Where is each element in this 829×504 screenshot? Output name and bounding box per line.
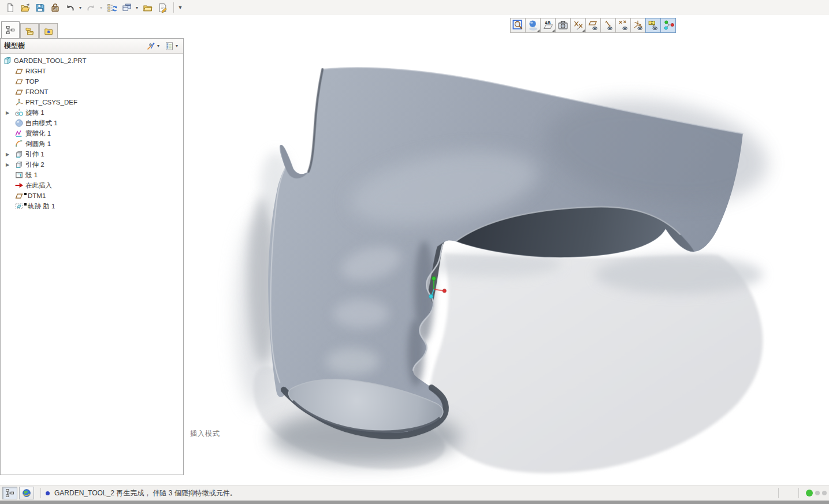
suppressed-marker-icon	[24, 203, 27, 206]
tree-item[interactable]: ▶RIGHT	[1, 66, 183, 76]
quick-access-toolbar: KI▾▾▾▼	[0, 0, 829, 15]
expand-arrow-icon[interactable]: ▶	[3, 152, 14, 157]
expand-arrow-icon[interactable]: ▶	[3, 110, 14, 115]
svg-text:Z: Z	[650, 21, 652, 24]
creo-window: KI▾▾▾▼	[0, 0, 829, 504]
browser-globe-icon	[22, 488, 31, 498]
tree-item-label: GARDEN_TOOL_2.PRT	[14, 57, 86, 64]
tree-item[interactable]: GARDEN_TOOL_2.PRT	[1, 55, 183, 66]
navigator-toggle-button[interactable]	[2, 487, 17, 499]
qat-model-bag-button[interactable]: KI	[48, 1, 62, 14]
qat-save-button[interactable]	[33, 1, 47, 14]
tree-item[interactable]: ▶TOP	[1, 76, 183, 87]
gfx-spin-center-button[interactable]	[660, 18, 676, 33]
nav-tab-folder-browser[interactable]	[20, 23, 39, 38]
gfx-annotation-display-button[interactable]: AB	[540, 18, 556, 33]
tree-item-label: PRT_CSYS_DEF	[25, 99, 77, 106]
toolbar-divider	[173, 2, 174, 13]
tree-item[interactable]: ▶實體化 1	[1, 128, 183, 139]
tree-item-label: RIGHT	[25, 68, 46, 74]
undo-icon	[65, 3, 75, 13]
message-bullet-icon	[46, 491, 50, 495]
status-indicator-active	[806, 490, 813, 496]
tree-item[interactable]: ▶旋轉 1	[1, 107, 183, 118]
qat-windows-dropdown-arrow-icon[interactable]: ▾	[134, 5, 140, 10]
gfx-view-manager-button[interactable]	[555, 18, 571, 33]
tree-tools-button[interactable]	[146, 42, 155, 51]
tree-item-label: TOP	[25, 78, 39, 85]
status-indicator	[815, 491, 820, 495]
gfx-plane-display-button[interactable]	[585, 18, 601, 33]
folder-icon	[143, 3, 153, 13]
tree-item[interactable]: ▶在此插入	[1, 180, 183, 191]
tree-item[interactable]: ▶自由樣式 1	[1, 118, 183, 128]
save-icon	[35, 3, 45, 13]
browser-toggle-button[interactable]	[19, 487, 34, 499]
gfx-annotation-elements-display-button[interactable]: Z	[645, 18, 661, 33]
tree-item-label: 引伸 1	[25, 150, 44, 159]
tree-item[interactable]: ▶軌跡 肋 1	[1, 201, 183, 211]
model-bag-icon: KI	[50, 3, 60, 13]
view-manager-icon	[557, 19, 570, 32]
axis-display-icon	[602, 19, 615, 32]
svg-text:KI: KI	[54, 8, 56, 10]
window-bottom-strip	[0, 501, 829, 504]
status-indicator	[822, 491, 827, 495]
spin-center-icon	[662, 19, 675, 32]
qat-edit-document-button[interactable]	[155, 1, 169, 14]
tree-item[interactable]: ▶PRT_CSYS_DEF	[1, 97, 183, 107]
revolve-icon	[14, 108, 24, 117]
expand-arrow-icon[interactable]: ▶	[3, 162, 14, 167]
svg-text:AB: AB	[545, 21, 551, 25]
extrude-icon	[14, 160, 24, 169]
qat-new-button[interactable]	[3, 1, 17, 14]
gfx-axis-display-button[interactable]	[600, 18, 616, 33]
suppressed-marker-icon	[24, 193, 27, 195]
qat-redo-button[interactable]	[84, 1, 98, 14]
model-tree-panel: 模型樹 ▾▾ GARDEN_TOOL_2.PRT▶RIGHT▶TOP▶FRONT…	[0, 38, 184, 475]
point-display-icon	[617, 19, 630, 32]
gfx-datum-display-filters-button[interactable]	[570, 18, 586, 33]
nav-tab-favorites[interactable]	[39, 23, 58, 38]
tree-settings-button[interactable]	[165, 42, 174, 51]
csys-icon	[14, 98, 24, 107]
solidify-icon	[14, 129, 24, 138]
tree-item-label: 倒圓角 1	[25, 140, 51, 148]
tree-item[interactable]: ▶FRONT	[1, 87, 183, 97]
qat-folder-button[interactable]	[140, 1, 154, 14]
part-icon	[3, 56, 12, 65]
shell-icon	[14, 170, 24, 180]
qat-undo-button[interactable]	[63, 1, 77, 14]
qat-open-button[interactable]	[18, 1, 32, 14]
tree-item[interactable]: ▶倒圓角 1	[1, 139, 183, 149]
tree-item[interactable]: ▶殼 1	[1, 170, 183, 180]
plane-display-icon	[587, 19, 600, 32]
gfx-display-style-button[interactable]	[525, 18, 541, 33]
gfx-csys-display-button[interactable]	[630, 18, 646, 33]
qat-redo-dropdown-arrow-icon[interactable]: ▾	[98, 5, 104, 10]
plane-icon	[14, 66, 24, 76]
divider	[40, 488, 41, 498]
tree-item-label: 實體化 1	[25, 129, 51, 138]
nav-tab-model-tree[interactable]	[1, 21, 20, 38]
dropdown-corner-icon	[537, 29, 540, 32]
tree-settings-dropdown-arrow-icon[interactable]: ▾	[174, 43, 180, 48]
navigator-panel: 模型樹 ▾▾ GARDEN_TOOL_2.PRT▶RIGHT▶TOP▶FRONT…	[0, 22, 184, 475]
regenerate-icon	[107, 3, 117, 13]
plane-icon	[14, 87, 24, 96]
gfx-zoom-region-button[interactable]	[510, 18, 526, 33]
tree-tools-dropdown-arrow-icon[interactable]: ▾	[155, 43, 161, 48]
tree-item[interactable]: ▶引伸 2	[1, 159, 183, 170]
plane-icon	[14, 77, 24, 86]
qat-windows-button[interactable]	[120, 1, 133, 14]
qat-overflow-dropdown-icon[interactable]: ▼	[177, 5, 183, 10]
tree-item[interactable]: ▶引伸 1	[1, 149, 183, 159]
qat-regenerate-button[interactable]	[105, 1, 118, 14]
edit-document-icon	[158, 3, 168, 13]
zoom-region-icon	[512, 19, 525, 32]
tree-item[interactable]: ▶DTM1	[1, 191, 183, 201]
dropdown-corner-icon	[582, 29, 585, 32]
tree-tools-icon	[146, 42, 155, 51]
gfx-point-display-button[interactable]	[615, 18, 631, 33]
qat-undo-dropdown-arrow-icon[interactable]: ▾	[77, 5, 83, 10]
